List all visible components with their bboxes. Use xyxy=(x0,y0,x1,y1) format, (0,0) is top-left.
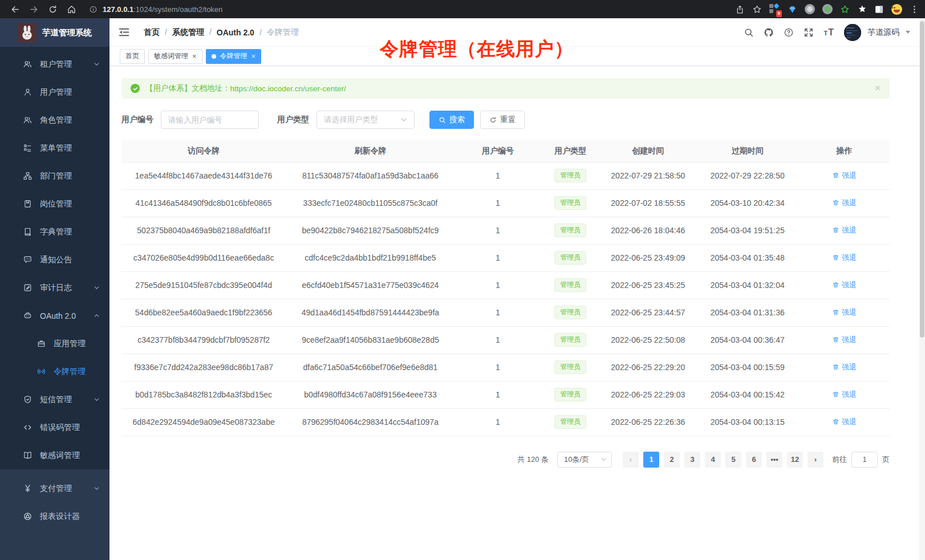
force-logout-button[interactable]: 强退 xyxy=(832,307,857,318)
tab-close-icon[interactable]: × xyxy=(192,52,197,60)
force-logout-button[interactable]: 强退 xyxy=(832,280,857,290)
sidebar-menu-item[interactable]: 报表设计器 xyxy=(0,502,109,530)
tab-close-icon[interactable]: × xyxy=(251,52,256,60)
breadcrumb-item[interactable]: 令牌管理/ xyxy=(267,27,299,38)
breadcrumb-item[interactable]: 首页/ xyxy=(144,27,172,38)
tab[interactable]: 首页× xyxy=(120,49,145,64)
sidebar-menu-item[interactable]: 错误码管理 xyxy=(0,413,109,441)
force-logout-button[interactable]: 强退 xyxy=(832,198,857,208)
browser-menu-icon[interactable] xyxy=(910,5,919,14)
search-icon[interactable] xyxy=(744,27,754,38)
collapse-sidebar-icon[interactable] xyxy=(118,26,130,38)
navbar: 首页/ 系统管理/ OAuth 2.0/ 令牌管理/ TT 芋道源码 xyxy=(109,18,925,47)
user-type-select[interactable]: 请选择用户类型 xyxy=(317,111,415,129)
sidebar-menu-item[interactable]: 字典管理 xyxy=(0,218,109,246)
alert-close-icon[interactable]: × xyxy=(875,83,881,94)
sidebar-menu-item[interactable]: 角色管理 xyxy=(0,106,109,134)
extension-panel-icon[interactable] xyxy=(874,5,884,14)
scrollbar-thumb[interactable] xyxy=(920,21,924,338)
user-id-cell: 1 xyxy=(455,326,541,354)
help-icon[interactable] xyxy=(784,27,794,38)
sidebar-menu-item[interactable]: 用户管理 xyxy=(0,78,109,106)
scrollbar[interactable] xyxy=(919,18,925,560)
extension-record-icon[interactable] xyxy=(822,4,833,14)
user-type-cell: 管理员 xyxy=(541,271,600,299)
menu-item-label: 审计日志 xyxy=(40,283,72,293)
sidebar-menu-item[interactable]: 令牌管理 xyxy=(0,358,109,385)
extension-green-star-icon[interactable] xyxy=(840,5,850,14)
user-dropdown-caret-icon[interactable] xyxy=(906,31,910,34)
extension-grid-icon[interactable]: 9 xyxy=(769,4,780,15)
force-logout-button[interactable]: 强退 xyxy=(832,225,857,236)
fullscreen-icon[interactable] xyxy=(804,27,814,38)
bookmark-star-icon[interactable] xyxy=(752,5,762,14)
sidebar-menu-item[interactable]: 审计日志 xyxy=(0,274,109,302)
font-size-icon[interactable]: TT xyxy=(823,28,834,37)
sidebar-menu-item[interactable]: 租户管理 xyxy=(0,50,109,78)
force-logout-button[interactable]: 强退 xyxy=(832,362,857,372)
tab[interactable]: 令牌管理× xyxy=(206,49,262,64)
page-size-select[interactable]: 10条/页 xyxy=(557,452,612,468)
breadcrumb-separator: / xyxy=(165,27,167,36)
tab[interactable]: 敏感词管理× xyxy=(148,49,202,64)
extension-gem-icon[interactable] xyxy=(788,5,797,14)
search-button[interactable]: 搜索 xyxy=(429,111,474,129)
table-row: 54d6be82ee5a460a9aedc1f9bf223656 49d1aa4… xyxy=(121,299,890,326)
content: 【用户体系】文档地址： https://doc.iocoder.cn/user-… xyxy=(109,66,925,468)
page-button[interactable]: 4 xyxy=(705,452,721,468)
expires-at-cell: 2022-07-29 22:28:50 xyxy=(696,162,799,189)
breadcrumb-item[interactable]: OAuth 2.0/ xyxy=(217,28,267,37)
sidebar-menu-item[interactable]: 敏感词管理 xyxy=(0,441,109,469)
doc-link[interactable]: https://doc.iocoder.cn/user-center/ xyxy=(230,84,346,93)
sidebar-menu-item[interactable]: 通知公告 xyxy=(0,246,109,274)
page-button[interactable]: 3 xyxy=(684,452,700,468)
reset-button[interactable]: 重置 xyxy=(480,111,525,129)
extension-circle-icon[interactable] xyxy=(805,4,815,14)
sidebar-menu-item[interactable]: 岗位管理 xyxy=(0,190,109,218)
user-id-input[interactable] xyxy=(161,111,259,129)
share-icon[interactable] xyxy=(735,5,745,14)
force-logout-button[interactable]: 强退 xyxy=(832,171,857,181)
sidebar-menu-item[interactable]: OAuth 2.0 xyxy=(0,302,109,330)
expires-at-cell: 2054-03-04 01:31:36 xyxy=(696,299,799,326)
table-row: 1ea5e44f8bc1467aaede43144f31de76 811c530… xyxy=(121,162,890,189)
breadcrumb-item[interactable]: 系统管理/ xyxy=(172,27,217,38)
logo-rabbit-icon xyxy=(18,23,36,42)
home-icon[interactable] xyxy=(67,5,76,14)
sidebar-menu-item[interactable]: 支付管理 xyxy=(0,474,109,502)
force-logout-button[interactable]: 强退 xyxy=(832,335,857,345)
browser-chrome: 127.0.0.1:1024/system/oauth2/token 9 xyxy=(0,0,925,18)
next-page-button[interactable]: › xyxy=(808,452,823,468)
reload-icon[interactable] xyxy=(48,5,58,14)
page-button[interactable]: 1 xyxy=(643,452,659,468)
app-logo[interactable]: 芋道管理系统 xyxy=(0,18,109,47)
page-button[interactable]: 12 xyxy=(787,452,803,468)
goto-page-input[interactable] xyxy=(851,452,878,468)
page-button[interactable]: 6 xyxy=(746,452,762,468)
page-button[interactable]: 2 xyxy=(664,452,680,468)
user-type-cell: 管理员 xyxy=(541,189,600,217)
url-bar[interactable]: 127.0.0.1:1024/system/oauth2/token xyxy=(89,5,729,14)
info-icon[interactable] xyxy=(89,5,98,14)
profile-avatar-icon[interactable] xyxy=(891,4,902,15)
menu-item-label: 字典管理 xyxy=(40,227,72,237)
sidebar-menu-item[interactable]: 部门管理 xyxy=(0,162,109,190)
column-header: 用户类型 xyxy=(541,140,600,162)
force-logout-button[interactable]: 强退 xyxy=(832,417,857,427)
forward-icon[interactable] xyxy=(29,5,39,14)
force-logout-button[interactable]: 强退 xyxy=(832,389,857,400)
sidebar-menu-item[interactable]: 应用管理 xyxy=(0,330,109,358)
prev-page-button[interactable]: ‹ xyxy=(623,452,639,468)
force-logout-button[interactable]: 强退 xyxy=(832,253,857,263)
sidebar-menu-item[interactable]: 短信管理 xyxy=(0,385,109,413)
page-button[interactable]: ••• xyxy=(766,452,782,468)
back-icon[interactable] xyxy=(10,5,20,14)
refresh-token-cell: be90422b8c7946218275a508bf524fc9 xyxy=(286,217,455,244)
breadcrumb-label: 系统管理 xyxy=(172,27,204,36)
sidebar-menu-item[interactable]: 菜单管理 xyxy=(0,134,109,162)
page-button[interactable]: 5 xyxy=(725,452,741,468)
user-avatar[interactable] xyxy=(844,24,861,41)
github-icon[interactable] xyxy=(764,27,774,38)
extension-pinwheel-icon[interactable] xyxy=(857,5,867,14)
username[interactable]: 芋道源码 xyxy=(867,27,899,38)
